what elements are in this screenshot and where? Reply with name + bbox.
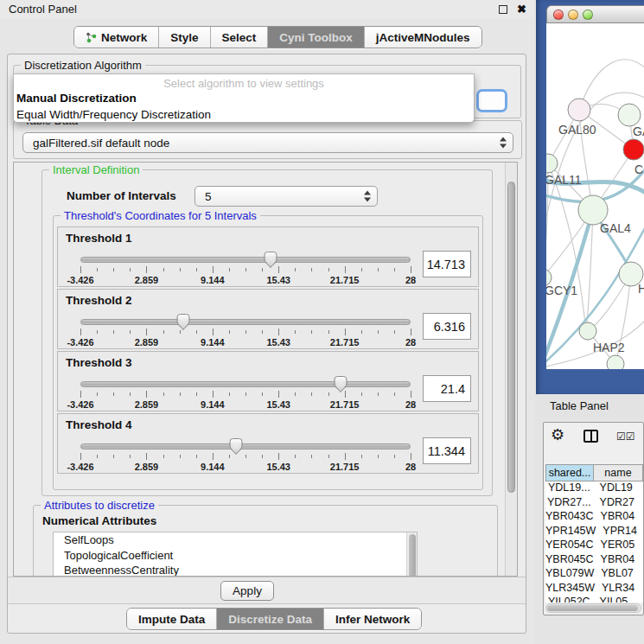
table-row[interactable]: YBR045CYBR04 bbox=[545, 553, 643, 568]
table-row[interactable]: YLR345WYLR34 bbox=[545, 582, 643, 596]
column-header-name[interactable]: name bbox=[594, 464, 643, 481]
table-rows: YDL19...YDL19YDR27...YDR27YBR043CYBR04YP… bbox=[545, 481, 643, 603]
tab-network[interactable]: Network bbox=[74, 27, 159, 48]
tick-mark bbox=[411, 328, 411, 335]
number-of-intervals-combobox[interactable]: 5 bbox=[194, 186, 378, 207]
tab-select[interactable]: Select bbox=[211, 27, 269, 48]
table-h-scrollbar-thumb[interactable] bbox=[547, 605, 638, 611]
slider-track[interactable] bbox=[80, 257, 411, 263]
table-data-group: Table Data galFiltered.sif default node bbox=[13, 120, 522, 159]
tab-infer-network[interactable]: Infer Network bbox=[324, 609, 421, 629]
tick-mark bbox=[311, 330, 312, 334]
network-node-c[interactable] bbox=[623, 139, 644, 160]
stepper-icon bbox=[500, 137, 507, 149]
column-header-shared[interactable]: shared... bbox=[545, 464, 594, 481]
threshold-value-field[interactable]: 11.344 bbox=[423, 437, 471, 464]
tab-cyni-toolbox[interactable]: Cyni Toolbox bbox=[268, 27, 365, 48]
threshold-value-field[interactable]: 6.316 bbox=[423, 313, 471, 340]
table-row[interactable]: YDR27...YDR27 bbox=[545, 496, 643, 511]
attribute-item-topologicalcoefficient[interactable]: TopologicalCoefficient bbox=[54, 548, 417, 564]
network-node-gal80[interactable] bbox=[568, 99, 590, 121]
tick-mark bbox=[213, 453, 214, 460]
list-scrollbar[interactable] bbox=[406, 532, 417, 577]
float-window-icon[interactable] bbox=[499, 5, 507, 14]
tick-mark bbox=[196, 268, 197, 271]
number-of-intervals-value: 5 bbox=[205, 187, 212, 207]
slider-thumb[interactable] bbox=[335, 376, 348, 386]
network-edge[interactable] bbox=[579, 60, 644, 110]
close-traffic-light-icon[interactable] bbox=[553, 10, 564, 20]
tick-mark bbox=[394, 392, 395, 396]
zoom-traffic-light-icon[interactable] bbox=[583, 10, 593, 20]
tick-mark bbox=[345, 453, 346, 460]
table-h-scrollbar[interactable] bbox=[545, 603, 641, 613]
split-columns-icon[interactable] bbox=[583, 430, 598, 443]
tick-mark bbox=[328, 268, 329, 271]
tick-mark bbox=[245, 330, 246, 334]
table-panel-titlebar: Table Panel bbox=[536, 396, 644, 417]
tick-mark bbox=[262, 330, 263, 334]
network-node-ga[interactable] bbox=[618, 104, 641, 126]
table-row[interactable]: YIL052CYIL05 bbox=[545, 596, 643, 603]
cell-name: YDR27 bbox=[593, 496, 643, 511]
algorithm-option-manual-discretization[interactable]: Manual Discretization bbox=[14, 90, 474, 106]
slider-ticks bbox=[80, 453, 411, 461]
threshold-sliders: Threshold 1-3.4262.8599.14415.4321.71528… bbox=[57, 226, 479, 475]
tick-mark bbox=[345, 266, 346, 273]
scale-label: -3.426 bbox=[67, 275, 93, 285]
table-data-value: galFiltered.sif default node bbox=[33, 133, 169, 153]
slider-thumb[interactable] bbox=[176, 314, 189, 324]
table-row[interactable]: YBR043CYBR04 bbox=[545, 510, 643, 525]
tab-discretize-data[interactable]: Discretize Data bbox=[217, 609, 324, 629]
cyni-toolbox-panel: Discretization Algorithm Select algorith… bbox=[7, 54, 526, 634]
slider-track[interactable] bbox=[80, 443, 411, 450]
tick-mark bbox=[411, 391, 411, 398]
tick-mark bbox=[394, 330, 395, 334]
viewport-scrollbar-thumb[interactable] bbox=[507, 182, 515, 493]
threshold-4-box: Threshold 4-3.4262.8599.14415.4321.71528… bbox=[57, 413, 479, 474]
list-scrollbar-thumb[interactable] bbox=[409, 534, 416, 577]
control-panel: Control Panel ✖ NetworkStyleSelectCyni T… bbox=[0, 0, 534, 644]
network-node-gal4[interactable] bbox=[578, 195, 608, 225]
network-node-unlabeled[interactable] bbox=[607, 355, 624, 369]
threshold-value-field[interactable]: 14.713 bbox=[423, 251, 471, 277]
apply-button[interactable]: Apply bbox=[220, 581, 274, 601]
algorithm-option-equal-width-frequency-discretization[interactable]: Equal Width/Frequency Discretization bbox=[14, 106, 474, 123]
attribute-item-betweennesscentrality[interactable]: BetweennessCentrality bbox=[54, 563, 417, 577]
node-label-ga: GA bbox=[633, 124, 644, 138]
settings-gear-icon[interactable]: ⚙ bbox=[551, 425, 564, 444]
number-of-intervals-label: Number of Intervals bbox=[67, 189, 176, 202]
attribute-item-selfloops[interactable]: SelfLoops bbox=[54, 532, 417, 548]
slider-scale-labels: -3.4262.8599.14415.4321.71528 bbox=[80, 337, 411, 348]
slider-zone: -3.4262.8599.14415.4321.71528 bbox=[80, 227, 411, 286]
select-columns-checkbox-icons[interactable]: ☑☑ bbox=[616, 430, 635, 443]
cell-shared-name: YDR27... bbox=[545, 496, 593, 511]
table-row[interactable]: YDL19...YDL19 bbox=[545, 481, 643, 496]
table-row[interactable]: YBL079WYBL07 bbox=[545, 567, 643, 582]
numerical-attributes-list[interactable]: SelfLoopsTopologicalCoefficientBetweenne… bbox=[53, 532, 418, 577]
network-node-hap2[interactable] bbox=[579, 322, 596, 340]
table-row[interactable]: YPR145WYPR14 bbox=[545, 525, 643, 539]
network-canvas[interactable]: GAL80GACGAL11GAL4GCY1HHAP2 bbox=[546, 23, 644, 369]
table-data-combobox[interactable]: galFiltered.sif default node bbox=[22, 132, 513, 153]
slider-thumb[interactable] bbox=[229, 438, 242, 449]
scale-label: 9.144 bbox=[201, 462, 225, 472]
tick-mark bbox=[262, 268, 263, 271]
group-title-attributes: Attributes to discretize bbox=[41, 499, 158, 512]
tick-mark bbox=[80, 391, 81, 398]
close-icon[interactable]: ✖ bbox=[517, 0, 526, 19]
panel-title: Control Panel bbox=[9, 3, 77, 16]
numerical-attributes-label: Numerical Attributes bbox=[42, 514, 156, 527]
viewport-scrollbar[interactable] bbox=[505, 163, 517, 576]
threshold-value-field[interactable]: 21.4 bbox=[423, 375, 471, 402]
slider-thumb[interactable] bbox=[265, 252, 277, 262]
network-node-gal11[interactable] bbox=[546, 154, 558, 173]
slider-track[interactable] bbox=[80, 319, 411, 325]
table-row[interactable]: YER054CYER05 bbox=[545, 539, 643, 553]
minimize-traffic-light-icon[interactable] bbox=[568, 10, 578, 20]
tab-jactivemnodules[interactable]: jActiveMNodules bbox=[365, 27, 481, 48]
slider-track[interactable] bbox=[80, 381, 411, 387]
tab-impute-data[interactable]: Impute Data bbox=[127, 609, 217, 629]
algorithm-combobox-focused[interactable] bbox=[476, 89, 507, 112]
tab-style[interactable]: Style bbox=[159, 27, 210, 48]
